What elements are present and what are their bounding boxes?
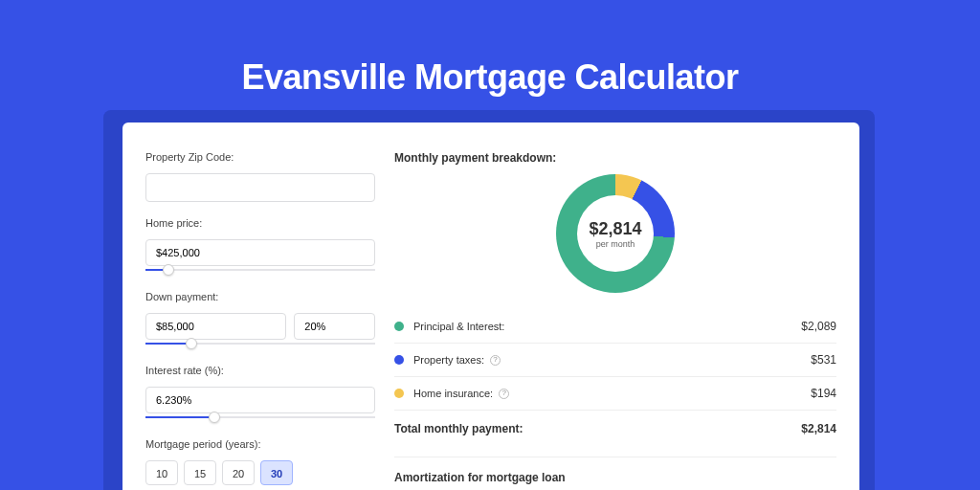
legend-dot xyxy=(394,389,404,398)
slider-thumb[interactable] xyxy=(209,412,220,423)
down-payment-label: Down payment: xyxy=(145,291,375,302)
form-column: Property Zip Code: Home price: Down paym… xyxy=(145,151,375,490)
legend-row: Property taxes:?$531 xyxy=(394,343,836,376)
legend-dot xyxy=(394,322,404,331)
period-option-10[interactable]: 10 xyxy=(145,460,178,485)
legend-row: Home insurance:?$194 xyxy=(394,376,836,410)
home-price-input[interactable] xyxy=(145,239,375,266)
legend-label: Principal & Interest: xyxy=(413,321,801,332)
home-price-group: Home price: xyxy=(145,217,375,276)
zip-input[interactable] xyxy=(145,173,375,202)
donut-center-value: $2,814 xyxy=(589,219,641,239)
interest-rate-group: Interest rate (%): xyxy=(145,365,375,423)
slider-thumb[interactable] xyxy=(186,338,197,349)
home-price-slider[interactable] xyxy=(145,264,375,276)
donut-center-sub: per month xyxy=(596,239,635,249)
legend-dot xyxy=(394,355,404,365)
total-row: Total monthly payment: $2,814 xyxy=(394,410,836,449)
legend-value: $2,089 xyxy=(801,320,836,333)
home-price-label: Home price: xyxy=(145,217,375,229)
total-label: Total monthly payment: xyxy=(394,422,801,435)
interest-rate-slider[interactable] xyxy=(145,412,375,423)
info-icon[interactable]: ? xyxy=(490,355,501,366)
legend-label: Property taxes:? xyxy=(413,354,811,366)
slider-thumb[interactable] xyxy=(163,264,174,276)
interest-rate-label: Interest rate (%): xyxy=(145,365,375,376)
page-title: Evansville Mortgage Calculator xyxy=(0,57,980,98)
down-payment-amount-input[interactable] xyxy=(145,313,286,340)
period-group: Mortgage period (years): 10152030 xyxy=(145,438,375,485)
period-label: Mortgage period (years): xyxy=(145,438,375,450)
zip-group: Property Zip Code: xyxy=(145,151,375,202)
down-payment-slider[interactable] xyxy=(145,338,375,349)
period-options: 10152030 xyxy=(145,460,375,485)
interest-rate-input[interactable] xyxy=(145,387,375,413)
period-option-20[interactable]: 20 xyxy=(222,460,255,485)
legend-row: Principal & Interest:$2,089 xyxy=(394,310,836,343)
legend: Principal & Interest:$2,089Property taxe… xyxy=(394,310,836,410)
calculator-card: Property Zip Code: Home price: Down paym… xyxy=(122,122,859,490)
donut-wrap: $2,814 per month xyxy=(394,174,836,293)
legend-value: $194 xyxy=(811,387,836,400)
amortization-title: Amortization for mortgage loan xyxy=(394,471,836,484)
period-option-30[interactable]: 30 xyxy=(260,460,293,485)
down-payment-percent-input[interactable] xyxy=(294,313,375,340)
down-payment-group: Down payment: xyxy=(145,291,375,349)
legend-value: $531 xyxy=(811,353,836,367)
legend-label: Home insurance:? xyxy=(413,388,811,399)
donut-chart: $2,814 per month xyxy=(556,174,675,293)
breakdown-column: Monthly payment breakdown: $2,814 per mo… xyxy=(394,151,836,490)
breakdown-title: Monthly payment breakdown: xyxy=(394,151,836,165)
total-value: $2,814 xyxy=(801,422,836,435)
info-icon[interactable]: ? xyxy=(499,389,509,399)
hero: Evansville Mortgage Calculator Property … xyxy=(0,0,980,490)
zip-label: Property Zip Code: xyxy=(145,151,375,163)
period-option-15[interactable]: 15 xyxy=(184,460,216,485)
divider xyxy=(394,457,836,457)
